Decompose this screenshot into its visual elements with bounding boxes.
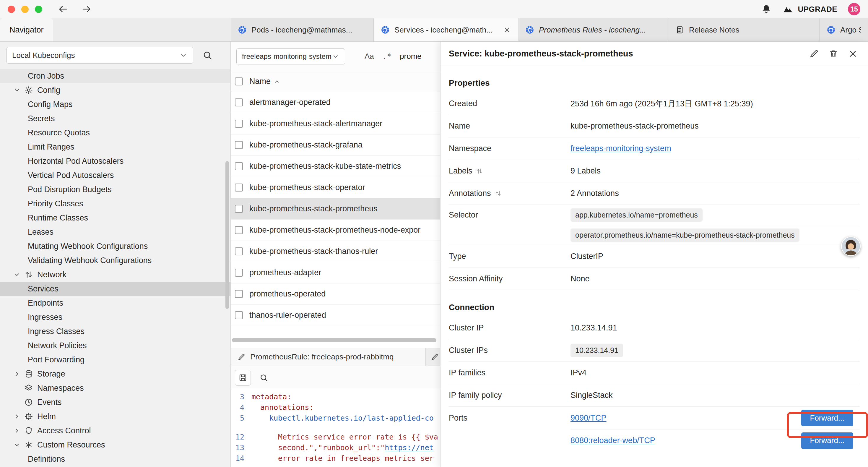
port-forward-button[interactable]: Forward... <box>801 410 853 426</box>
tab-release-notes[interactable]: Release Notes <box>668 18 819 41</box>
yaml-editor[interactable]: 3metadata:4annotations:5kubectl.kubernet… <box>231 389 440 467</box>
sidebar-item-limit-ranges[interactable]: Limit Ranges <box>0 140 230 154</box>
row-checkbox[interactable] <box>235 247 243 255</box>
sidebar-item-network[interactable]: Network <box>0 267 230 282</box>
sidebar-item-events[interactable]: Events <box>0 395 230 409</box>
sidebar-item-cron-jobs[interactable]: Cron Jobs <box>0 69 230 83</box>
chevron-right-icon[interactable] <box>13 427 21 435</box>
table-row[interactable]: prometheus-operated <box>231 284 440 305</box>
namespace-link[interactable]: freeleaps-monitoring-system <box>570 144 671 153</box>
sidebar-item-access-control[interactable]: Access Control <box>0 424 230 438</box>
sidebar-item-namespaces[interactable]: Namespaces <box>0 381 230 395</box>
sidebar-item-ingress-classes[interactable]: Ingress Classes <box>0 324 230 339</box>
port-link[interactable]: 9090/TCP <box>570 413 607 423</box>
sidebar-item-config-maps[interactable]: Config Maps <box>0 97 230 111</box>
sidebar-item-definitions[interactable]: Definitions <box>0 452 230 466</box>
sidebar-item-mutating-webhook-configurations[interactable]: Mutating Webhook Configurations <box>0 239 230 253</box>
sidebar-item-config[interactable]: Config <box>0 83 230 97</box>
chevron-down-icon[interactable] <box>13 86 21 94</box>
sidebar-item-services[interactable]: Services <box>0 282 230 296</box>
sidebar-item-resource-quotas[interactable]: Resource Quotas <box>0 126 230 140</box>
folded-region[interactable] <box>231 424 440 432</box>
row-checkbox[interactable] <box>235 205 243 213</box>
row-checkbox[interactable] <box>235 120 243 128</box>
close-window-button[interactable] <box>8 6 15 13</box>
bell-icon[interactable] <box>761 4 772 14</box>
sidebar-item-custom-resources[interactable]: Custom Resources <box>0 438 230 452</box>
upgrade-button[interactable]: UPGRADE <box>782 4 837 15</box>
row-checkbox[interactable] <box>235 162 243 170</box>
presenter-avatar[interactable] <box>841 236 861 256</box>
sidebar-item-port-forwarding[interactable]: Port Forwarding <box>0 353 230 367</box>
regex-toggle[interactable]: .* <box>382 52 392 61</box>
table-row[interactable]: kube-prometheus-stack-grafana <box>231 135 440 156</box>
row-checkbox[interactable] <box>235 226 243 234</box>
table-row[interactable]: kube-prometheus-stack-alertmanager <box>231 113 440 135</box>
table-row[interactable]: kube-prometheus-stack-operator <box>231 177 440 198</box>
service-name: kube-prometheus-stack-thanos-ruler <box>249 247 378 256</box>
save-button[interactable] <box>235 370 251 386</box>
sidebar-item-validating-webhook-configurations[interactable]: Validating Webhook Configurations <box>0 253 230 267</box>
navigator-tab[interactable]: Navigator <box>0 18 53 41</box>
sidebar-item-helm[interactable]: Helm <box>0 409 230 424</box>
namespace-filter-select[interactable]: freeleaps-monitoring-system <box>236 49 345 64</box>
kubeconfig-selector[interactable]: Local Kubeconfigs <box>6 47 193 63</box>
value-badge: app.kubernetes.io/name=prometheus <box>570 208 703 222</box>
back-arrow-icon[interactable] <box>58 4 68 14</box>
table-row[interactable]: kube-prometheus-stack-thanos-ruler <box>231 241 440 262</box>
tab-pods-icecheng-mathmas[interactable]: Pods - icecheng@mathmas... <box>231 18 374 41</box>
match-case-toggle[interactable]: Aa <box>365 52 374 61</box>
sidebar-item-ingresses[interactable]: Ingresses <box>0 310 230 324</box>
close-icon[interactable] <box>848 49 858 59</box>
sidebar-item-runtime-classes[interactable]: Runtime Classes <box>0 211 230 225</box>
row-checkbox[interactable] <box>235 98 243 107</box>
port-link[interactable]: 8080:reloader-web/TCP <box>570 436 655 445</box>
editor-tab-partial[interactable] <box>426 348 440 366</box>
tab-prometheus-rules-icecheng[interactable]: Prometheus Rules - icecheng... <box>518 18 668 41</box>
chevron-right-icon[interactable] <box>13 413 21 420</box>
tab-argo-se[interactable]: Argo Se <box>819 18 868 41</box>
sidebar-item-vertical-pod-autoscalers[interactable]: Vertical Pod Autoscalers <box>0 168 230 182</box>
close-icon[interactable] <box>503 26 511 34</box>
port-forward-button[interactable]: Forward... <box>801 432 853 449</box>
select-all-checkbox[interactable] <box>235 78 243 85</box>
sidebar-item-leases[interactable]: Leases <box>0 225 230 239</box>
sidebar-item-network-policies[interactable]: Network Policies <box>0 339 230 353</box>
table-row[interactable]: alertmanager-operated <box>231 92 440 113</box>
maximize-window-button[interactable] <box>35 6 42 13</box>
table-row[interactable]: thanos-ruler-operated <box>231 305 440 326</box>
row-checkbox[interactable] <box>235 311 243 319</box>
search-query-input[interactable]: prome <box>400 52 422 61</box>
editor-tab-prometheusrule[interactable]: PrometheusRule: freeleaps-prod-rabbitmq <box>231 348 426 366</box>
table-row[interactable]: prometheus-adapter <box>231 262 440 284</box>
table-row[interactable]: kube-prometheus-stack-prometheus-node-ex… <box>231 220 440 241</box>
arrows-updown-icon[interactable] <box>495 190 502 197</box>
delete-icon[interactable] <box>829 49 838 59</box>
sidebar-item-priority-classes[interactable]: Priority Classes <box>0 197 230 211</box>
sidebar-item-endpoints[interactable]: Endpoints <box>0 296 230 310</box>
horizontal-scrollbar[interactable] <box>232 338 436 342</box>
sidebar-item-horizontal-pod-autoscalers[interactable]: Horizontal Pod Autoscalers <box>0 154 230 168</box>
sidebar-scrollbar[interactable] <box>225 161 229 309</box>
editor-search-icon[interactable] <box>259 373 269 382</box>
sidebar-item-pod-disruption-budgets[interactable]: Pod Disruption Budgets <box>0 182 230 197</box>
search-icon[interactable] <box>202 50 213 61</box>
chevron-down-icon[interactable] <box>13 441 21 449</box>
table-row[interactable]: kube-prometheus-stack-kube-state-metrics <box>231 156 440 177</box>
table-row[interactable]: kube-prometheus-stack-prometheus <box>231 198 440 220</box>
sidebar-item-storage[interactable]: Storage <box>0 367 230 381</box>
arrows-updown-icon[interactable] <box>476 168 483 175</box>
edit-icon[interactable] <box>809 49 819 59</box>
chevron-down-icon[interactable] <box>13 271 21 279</box>
chevron-right-icon[interactable] <box>13 370 21 378</box>
tab-services-icecheng-math[interactable]: Services - icecheng@math... <box>374 18 518 41</box>
row-checkbox[interactable] <box>235 269 243 276</box>
sidebar-item-secrets[interactable]: Secrets <box>0 111 230 126</box>
notification-badge[interactable]: 15 <box>848 3 860 16</box>
row-checkbox[interactable] <box>235 290 243 298</box>
row-checkbox[interactable] <box>235 183 243 192</box>
name-column-header[interactable]: Name <box>249 77 281 86</box>
minimize-window-button[interactable] <box>21 6 29 13</box>
row-checkbox[interactable] <box>235 141 243 149</box>
forward-arrow-icon[interactable] <box>81 4 92 14</box>
